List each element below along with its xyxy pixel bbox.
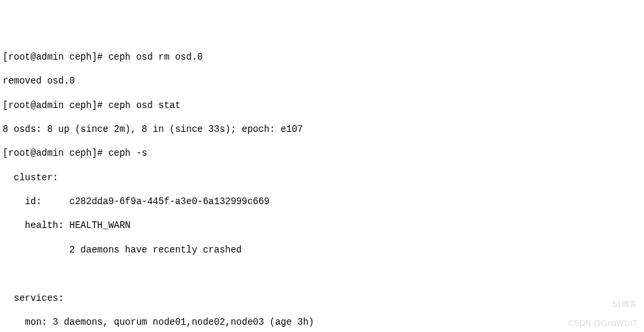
terminal-line: id: c282dda9-6f9a-445f-a3e0-6a132999c669: [3, 195, 641, 207]
terminal-line: [root@admin ceph]# ceph osd stat: [3, 99, 641, 111]
terminal-line: removed osd.0: [3, 75, 641, 87]
terminal-line: services:: [3, 292, 641, 304]
terminal-line: [root@admin ceph]# ceph osd rm osd.0: [3, 51, 641, 63]
terminal-line: cluster:: [3, 172, 641, 184]
watermark: 51博客 CSDN @GnaW1nT: [564, 290, 637, 328]
terminal-line: 2 daemons have recently crashed: [3, 244, 641, 256]
terminal-line: health: HEALTH_WARN: [3, 219, 641, 231]
watermark-line1: 51博客: [613, 300, 637, 309]
terminal-line: [3, 268, 641, 280]
terminal-line: mon: 3 daemons, quorum node01,node02,nod…: [3, 316, 641, 328]
terminal-line: [root@admin ceph]# ceph -s: [3, 147, 641, 159]
terminal-line: 8 osds: 8 up (since 2m), 8 in (since 33s…: [3, 123, 641, 135]
watermark-line2: CSDN @GnaW1nT: [569, 319, 637, 328]
